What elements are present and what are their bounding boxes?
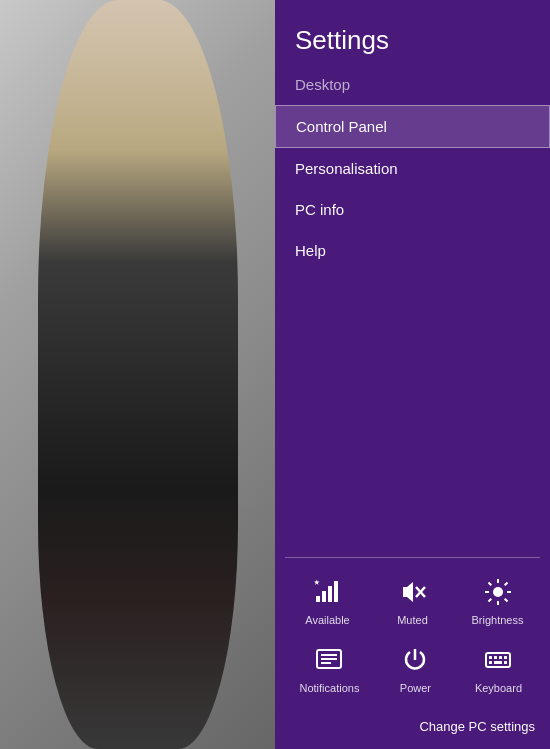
power-label: Power	[400, 682, 431, 694]
menu-item-desktop[interactable]: Desktop	[275, 64, 550, 105]
panel-title: Settings	[275, 0, 550, 64]
svg-rect-4	[334, 581, 338, 602]
svg-rect-1	[316, 596, 320, 602]
notifications-label: Notifications	[300, 682, 360, 694]
svg-rect-26	[499, 656, 502, 659]
svg-rect-28	[489, 661, 492, 664]
power-icon	[401, 646, 429, 678]
quick-row-1: Available Muted	[285, 568, 540, 636]
svg-rect-25	[494, 656, 497, 659]
svg-line-16	[504, 583, 507, 586]
quick-notifications[interactable]: Notifications	[292, 641, 368, 699]
quick-power[interactable]: Power	[380, 641, 450, 699]
brightness-label: Brightness	[472, 614, 524, 626]
change-pc-settings-link[interactable]: Change PC settings	[275, 709, 550, 749]
svg-marker-5	[314, 579, 320, 585]
quick-brightness[interactable]: Brightness	[463, 573, 533, 631]
quick-settings: Available Muted	[275, 537, 550, 709]
available-icon	[314, 578, 342, 610]
divider	[285, 557, 540, 558]
quick-muted[interactable]: Muted	[378, 573, 448, 631]
svg-rect-3	[328, 586, 332, 602]
quick-row-2: Notifications Power	[285, 636, 540, 704]
background-image	[0, 0, 275, 749]
quick-keyboard[interactable]: Keyboard	[463, 641, 533, 699]
menu-list: Desktop Control Panel Personalisation PC…	[275, 64, 550, 537]
menu-item-personalisation[interactable]: Personalisation	[275, 148, 550, 189]
brightness-icon	[484, 578, 512, 610]
svg-line-15	[504, 599, 507, 602]
notifications-icon	[315, 646, 343, 678]
svg-rect-23	[486, 653, 510, 667]
quick-available[interactable]: Available	[293, 573, 363, 631]
svg-line-14	[488, 583, 491, 586]
svg-rect-24	[489, 656, 492, 659]
svg-point-9	[493, 587, 503, 597]
muted-icon	[399, 578, 427, 610]
svg-rect-27	[504, 656, 507, 659]
menu-item-control-panel[interactable]: Control Panel	[275, 105, 550, 148]
settings-panel: Settings Desktop Control Panel Personali…	[275, 0, 550, 749]
keyboard-label: Keyboard	[475, 682, 522, 694]
svg-marker-6	[403, 582, 413, 602]
menu-item-help[interactable]: Help	[275, 230, 550, 271]
svg-line-17	[488, 599, 491, 602]
muted-label: Muted	[397, 614, 428, 626]
keyboard-icon	[484, 646, 512, 678]
available-label: Available	[305, 614, 349, 626]
svg-rect-29	[494, 661, 502, 664]
svg-rect-30	[504, 661, 507, 664]
svg-rect-2	[322, 591, 326, 602]
menu-item-pc-info[interactable]: PC info	[275, 189, 550, 230]
